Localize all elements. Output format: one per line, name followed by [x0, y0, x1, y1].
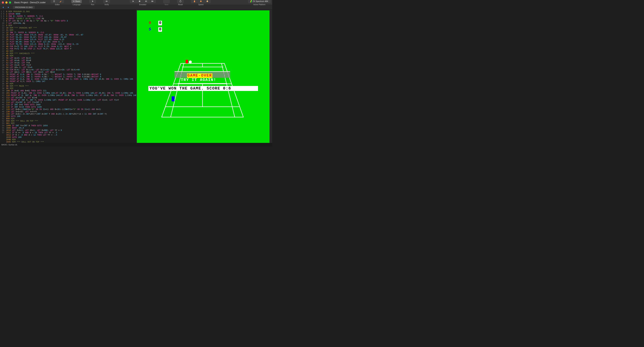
svg-rect-9 — [139, 1, 140, 2]
run-label: Run — [91, 3, 94, 5]
main-split: 1 2 3 4 5 6 7 8 9 10 11 12 13 14 15 16 1… — [0, 10, 272, 143]
svg-rect-17 — [206, 0, 208, 2]
verify-button[interactable] — [104, 0, 110, 3]
player-top-sprite — [186, 60, 188, 63]
speed-diamond2-button[interactable] — [204, 0, 210, 3]
player-bottom-sprite — [172, 96, 174, 101]
svg-marker-19 — [8, 6, 9, 8]
status-bar: BASIC: Syntax ok. — [0, 143, 272, 146]
svg-marker-10 — [145, 0, 146, 2]
win-message: YOU'VE WON THE GAME. SCORE 0:6 — [148, 86, 258, 91]
status-text: BASIC: Syntax ok. — [2, 144, 18, 146]
svg-marker-6 — [92, 0, 93, 2]
svg-rect-16 — [200, 0, 202, 2]
platform-label: Active Platform — [253, 3, 266, 5]
emulator-group-label: Emulator — [139, 3, 146, 5]
try-again-text: TRY IT AGAIN! — [181, 78, 216, 82]
next-button — [164, 0, 170, 3]
platform-select[interactable]: ZX Spectrum 48K — [248, 0, 271, 3]
speed-diamond1-button[interactable] — [198, 0, 204, 3]
window-controls — [2, 1, 11, 3]
verify-label: Verify — [104, 3, 109, 5]
language-select[interactable]: Basic — [72, 0, 82, 3]
breadcrumb-file[interactable]: PROGRAM-31.BAS — [13, 6, 35, 9]
svg-marker-13 — [152, 0, 154, 2]
paint-mode-button[interactable] — [58, 0, 64, 3]
emulator-play-button[interactable] — [130, 0, 136, 3]
nav-back-button[interactable] — [2, 6, 5, 9]
svg-marker-8 — [132, 0, 134, 2]
code-editor[interactable]: 0 REM PROGRAM-31.BAS 2 GOSUB 9000 3 INK … — [6, 10, 136, 143]
emulator-stop-button[interactable] — [136, 0, 143, 3]
svg-rect-11 — [146, 0, 147, 2]
next-label: Next — [165, 3, 168, 5]
zx-stripes-icon — [250, 0, 252, 2]
run-button[interactable] — [90, 0, 96, 3]
editor-mode-list-button[interactable] — [51, 0, 57, 3]
zoom-window-button[interactable] — [9, 1, 11, 3]
svg-marker-12 — [152, 0, 152, 2]
emulator-step-button[interactable] — [143, 0, 149, 3]
editor-group-label: Editor — [55, 3, 60, 5]
emulator-ff-button[interactable] — [150, 0, 156, 3]
language-value: Basic — [76, 0, 80, 2]
game-over-text: GAME-OVER — [187, 73, 212, 78]
emulator-screen[interactable]: 0 0 5 0 — [137, 10, 270, 143]
titlebar: Basic Project - DemoZX.coder Editor Basi… — [0, 0, 272, 5]
breadcrumb-bar: PROGRAM-31.BAS — [0, 5, 272, 10]
nav-forward-button[interactable] — [6, 6, 10, 9]
line-gutter: 1 2 3 4 5 6 7 8 9 10 11 12 13 14 15 16 1… — [0, 10, 6, 143]
window-title: Basic Project - DemoZX.coder — [14, 1, 46, 4]
svg-marker-18 — [3, 6, 4, 8]
minimize-window-button[interactable] — [6, 1, 8, 3]
speed-label: Speed — [198, 3, 204, 5]
emulator-pane: 0 0 5 0 — [136, 10, 272, 143]
reset-label: Reset — [178, 3, 183, 5]
speed-hand-button[interactable] — [191, 0, 198, 3]
ball-sprite — [189, 60, 192, 63]
svg-point-7 — [106, 1, 107, 1]
platform-value: ZX Spectrum 48K — [253, 0, 268, 2]
reset-button[interactable] — [178, 0, 184, 3]
editor-pane[interactable]: 1 2 3 4 5 6 7 8 9 10 11 12 13 14 15 16 1… — [0, 10, 136, 143]
language-group-label: Language — [72, 3, 81, 5]
close-window-button[interactable] — [2, 1, 4, 3]
